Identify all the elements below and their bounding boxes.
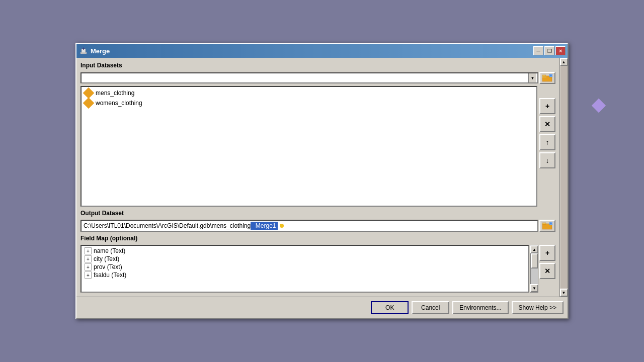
window-controls: ─ ❐ ✕ xyxy=(533,46,566,55)
restore-button[interactable]: ❐ xyxy=(544,46,554,55)
main-scroll-down-button[interactable]: ▼ xyxy=(560,289,568,297)
input-dropdown[interactable]: ▼ xyxy=(80,72,538,83)
add-field-button[interactable]: + xyxy=(539,245,555,261)
output-browse-button[interactable] xyxy=(539,220,555,232)
input-browse-button[interactable] xyxy=(539,72,555,84)
field-map-label: Field Map (optional) xyxy=(80,235,555,242)
output-row: C:\Users\ITL01\Documents\ArcGIS\Default.… xyxy=(80,220,555,232)
list-item[interactable]: + fsaldu (Text) xyxy=(83,271,527,279)
folder-browse-icon xyxy=(542,222,552,230)
dataset-list[interactable]: mens_clothing womens_clothing xyxy=(80,86,537,207)
field-map-scrollbar[interactable]: ▲ ▼ xyxy=(530,245,538,293)
output-selected-text: _Merge1 xyxy=(251,222,277,230)
field-map-container: + name (Text) + city (Text) + xyxy=(80,245,555,293)
remove-dataset-button[interactable]: ✕ xyxy=(539,116,555,132)
dataset-name: womens_clothing xyxy=(96,100,142,107)
scroll-down-button[interactable]: ▼ xyxy=(530,284,538,292)
minimize-button[interactable]: ─ xyxy=(533,46,543,55)
svg-rect-6 xyxy=(542,75,546,76)
expand-icon[interactable]: + xyxy=(85,263,92,270)
list-item[interactable]: + city (Text) xyxy=(83,255,527,263)
field-name: fsaldu (Text) xyxy=(94,272,126,279)
list-item[interactable]: + name (Text) xyxy=(83,247,527,255)
layer-icon xyxy=(83,98,95,109)
field-map-section: Field Map (optional) + name (Text) xyxy=(80,235,555,293)
scroll-thumb[interactable] xyxy=(531,253,538,268)
output-dataset-label: Output Dataset xyxy=(80,210,555,217)
input-datasets-label: Input Datasets xyxy=(80,62,555,69)
input-datasets-section: Input Datasets ▼ xyxy=(80,62,555,207)
output-status-dot xyxy=(280,224,284,228)
cancel-button[interactable]: Cancel xyxy=(412,301,449,314)
field-name: prov (Text) xyxy=(94,263,122,270)
output-path-text: C:\Users\ITL01\Documents\ArcGIS\Default.… xyxy=(84,222,251,229)
add-dataset-button[interactable]: + xyxy=(539,98,555,114)
svg-rect-11 xyxy=(542,223,546,224)
remove-field-button[interactable]: ✕ xyxy=(539,263,555,279)
output-field[interactable]: C:\Users\ITL01\Documents\ArcGIS\Default.… xyxy=(80,220,538,232)
svg-marker-3 xyxy=(83,47,85,49)
dropdown-arrow-icon[interactable]: ▼ xyxy=(528,73,536,82)
merge-dialog: Merge ─ ❐ ✕ Input Datasets ▼ xyxy=(75,43,569,319)
move-up-button[interactable]: ↑ xyxy=(539,134,555,150)
field-name: name (Text) xyxy=(94,247,125,254)
dataset-name: mens_clothing xyxy=(96,89,134,97)
dialog-title: Merge xyxy=(91,47,110,55)
scroll-up-button[interactable]: ▲ xyxy=(530,245,538,253)
expand-icon[interactable]: + xyxy=(85,247,92,254)
dataset-area: mens_clothing womens_clothing + ✕ ↑ ↓ xyxy=(80,86,555,207)
bottom-bar: OK Cancel Environments... Show Help >> xyxy=(76,297,568,318)
list-item[interactable]: womens_clothing xyxy=(83,98,535,108)
close-button[interactable]: ✕ xyxy=(555,46,566,55)
environments-button[interactable]: Environments... xyxy=(452,301,508,314)
ok-button[interactable]: OK xyxy=(371,301,409,314)
field-map-side-buttons: + ✕ xyxy=(539,245,555,293)
field-map-list[interactable]: + name (Text) + city (Text) + xyxy=(80,245,529,293)
main-scroll-track xyxy=(560,66,568,289)
scroll-track xyxy=(531,253,538,284)
title-bar: Merge ─ ❐ ✕ xyxy=(76,44,568,58)
expand-icon[interactable]: + xyxy=(85,255,92,262)
folder-icon xyxy=(542,74,552,82)
title-icon xyxy=(79,47,88,55)
main-scrollbar[interactable]: ▲ ▼ xyxy=(559,58,568,297)
field-name: city (Text) xyxy=(94,255,119,262)
expand-icon[interactable]: + xyxy=(85,272,92,279)
side-buttons: + ✕ ↑ ↓ xyxy=(539,86,555,207)
move-down-button[interactable]: ↓ xyxy=(539,152,555,168)
list-item[interactable]: mens_clothing xyxy=(83,88,535,98)
main-panel: Input Datasets ▼ xyxy=(80,62,555,293)
list-item[interactable]: + prov (Text) xyxy=(83,263,527,271)
main-scroll-up-button[interactable]: ▲ xyxy=(560,58,568,66)
output-dataset-section: Output Dataset C:\Users\ITL01\Documents\… xyxy=(80,210,555,232)
show-help-button[interactable]: Show Help >> xyxy=(512,301,564,314)
input-dropdown-row: ▼ xyxy=(80,72,555,84)
